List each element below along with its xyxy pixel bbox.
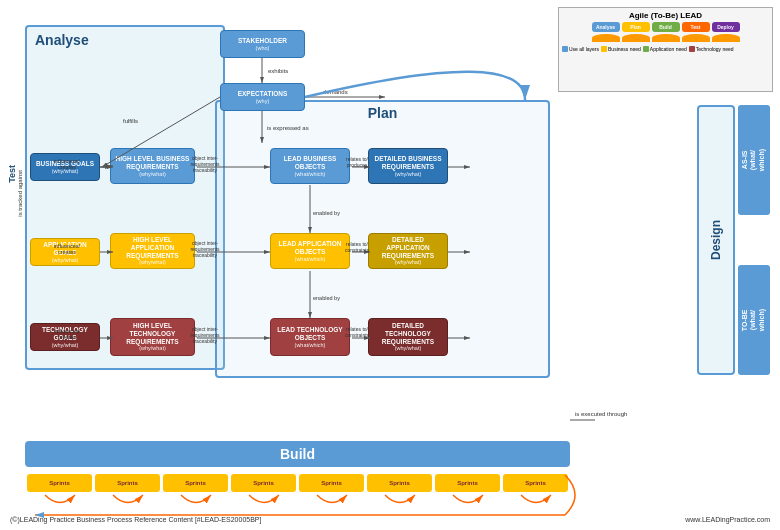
sprint-6: Sprints (367, 474, 432, 492)
agile-phase-bar-build: Build (652, 22, 680, 32)
detailed-application-req-title: DETAILED APPLICATION REQUIREMENTS (372, 236, 444, 259)
svg-text:exhibits: exhibits (268, 68, 288, 74)
technology-goals-sub: (why/what) (52, 342, 79, 349)
agile-legend: Use all layers Business need Application… (562, 46, 769, 52)
business-goals-title: BUSINESS GOALS (36, 160, 94, 168)
sprint-5: Sprints (299, 474, 364, 492)
test-sublabel: is tracked against (17, 170, 23, 217)
detailed-business-req-node: DETAILED BUSINESS REQUIREMENTS (why/what… (368, 148, 448, 184)
hl-business-req-node: HIGH LEVEL BUSINESS REQUIREMENTS (why/wh… (110, 148, 195, 184)
lead-business-obj-title: LEAD BUSINESS OBJECTS (274, 155, 346, 171)
expectations-node: EXPECTATIONS (why) (220, 83, 305, 111)
agile-box: Agile (To-Be) LEAD Analyse Plan Build Te… (558, 7, 773, 92)
hl-technology-req-sub: (why/what) (139, 345, 166, 352)
hl-application-req-title: HIGH LEVEL APPLICATION REQUIREMENTS (114, 236, 191, 259)
business-goals-sub: (why/what) (52, 168, 79, 175)
build-label: Build (280, 446, 315, 462)
detailed-business-req-sub: (why/what) (395, 171, 422, 178)
agile-phase-bar-plan: Plan (622, 22, 650, 32)
lead-application-obj-sub: (what/which) (295, 256, 326, 263)
technology-goals-title: TECHNOLOGY GOALS (34, 326, 96, 342)
expectations-sub: (why) (256, 98, 269, 105)
expectations-title: EXPECTATIONS (238, 90, 288, 98)
tobe-label: TO-BE(what/which) (741, 309, 766, 331)
svg-text:is executed through: is executed through (575, 411, 627, 417)
stakeholder-node: STAKEHOLDER (who) (220, 30, 305, 58)
application-goals-node: APPLICATION GOALS (why/what) (30, 238, 100, 266)
technology-goals-node: TECHNOLOGY GOALS (why/what) (30, 323, 100, 351)
lead-technology-obj-node: Lead techNoLOGY OBJECTS (what/which) (270, 318, 350, 356)
hl-technology-req-node: HIGH LEVEL TECHNOLOGY REQUIREMENTS (why/… (110, 318, 195, 356)
hl-technology-req-title: HIGH LEVEL TECHNOLOGY REQUIREMENTS (114, 322, 191, 345)
tobe-box: TO-BE(what/which) (738, 265, 770, 375)
legend-application: Application need (643, 46, 687, 52)
svg-text:demands: demands (323, 89, 348, 95)
detailed-technology-req-sub: (why/what) (395, 345, 422, 352)
build-bar: Build (25, 441, 570, 467)
sprint-4: Sprints (231, 474, 296, 492)
business-goals-node: BUSINESS GOALS (why/what) (30, 153, 100, 181)
sprint-7: Sprints (435, 474, 500, 492)
legend-business-label: Business need (608, 46, 641, 52)
lead-technology-obj-title: Lead techNoLOGY OBJECTS (274, 326, 346, 342)
application-goals-sub: (why/what) (52, 257, 79, 264)
agile-phase-analyse: Analyse (592, 22, 620, 42)
legend-technology: Technology need (689, 46, 734, 52)
analyse-label: Analyse (27, 27, 223, 53)
detailed-application-req-sub: (why/what) (395, 259, 422, 266)
lead-business-obj-node: LEAD BUSINESS OBJECTS (what/which) (270, 148, 350, 184)
hl-business-req-sub: (why/what) (139, 171, 166, 178)
agile-phase-build: Build (652, 22, 680, 42)
detailed-technology-req-title: DETAILED TECHNOLOGY REQUIREMENTS (372, 322, 444, 345)
detailed-business-req-title: DETAILED BUSINESS REQUIREMENTS (372, 155, 444, 171)
test-label: Test (7, 165, 17, 183)
footer-left: (©)LEADing Practice Business Process Ref… (10, 516, 261, 523)
footer: (©)LEADing Practice Business Process Ref… (10, 516, 770, 523)
legend-use-all: Use all layers (562, 46, 599, 52)
hl-business-req-title: HIGH LEVEL BUSINESS REQUIREMENTS (114, 155, 191, 171)
application-goals-title: APPLICATION GOALS (34, 241, 96, 257)
agile-phase-bar-analyse: Analyse (592, 22, 620, 32)
footer-right: www.LEADingPractice.com (685, 516, 770, 523)
legend-technology-label: Technology need (696, 46, 734, 52)
sprint-1: Sprints (27, 474, 92, 492)
hl-application-req-sub: (why/what) (139, 259, 166, 266)
hl-application-req-node: HIGH LEVEL APPLICATION REQUIREMENTS (why… (110, 233, 195, 269)
lead-business-obj-sub: (what/which) (295, 171, 326, 178)
design-box: Design (697, 105, 735, 375)
detailed-technology-req-node: DETAILED TECHNOLOGY REQUIREMENTS (why/wh… (368, 318, 448, 356)
stakeholder-sub: (who) (256, 45, 270, 52)
asis-box: AS-IS(what/which) (738, 105, 770, 215)
agile-phases: Analyse Plan Build Test Deploy (562, 22, 769, 42)
legend-use-all-label: Use all layers (569, 46, 599, 52)
sprint-2: Sprints (95, 474, 160, 492)
legend-business: Business need (601, 46, 641, 52)
agile-title: Agile (To-Be) LEAD (562, 11, 769, 20)
agile-phase-plan: Plan (622, 22, 650, 42)
legend-application-label: Application need (650, 46, 687, 52)
lead-application-obj-node: LEAD APPLICATION OBJECTS (what/which) (270, 233, 350, 269)
agile-phase-deploy: Deploy (712, 22, 740, 42)
stakeholder-title: STAKEHOLDER (238, 37, 287, 45)
sprints-row: Sprints Sprints Sprints Sprints Sprints … (25, 471, 570, 495)
sprint-8: Sprints (503, 474, 568, 492)
lead-technology-obj-sub: (what/which) (295, 342, 326, 349)
asis-label: AS-IS(what/which) (741, 149, 766, 171)
sprint-3: Sprints (163, 474, 228, 492)
agile-phase-bar-deploy: Deploy (712, 22, 740, 32)
agile-phase-bar-test: Test (682, 22, 710, 32)
design-label: Design (709, 220, 723, 260)
lead-application-obj-title: LEAD APPLICATION OBJECTS (274, 240, 346, 256)
detailed-application-req-node: DETAILED APPLICATION REQUIREMENTS (why/w… (368, 233, 448, 269)
agile-phase-test: Test (682, 22, 710, 42)
main-container: Agile (To-Be) LEAD Analyse Plan Build Te… (5, 5, 775, 525)
